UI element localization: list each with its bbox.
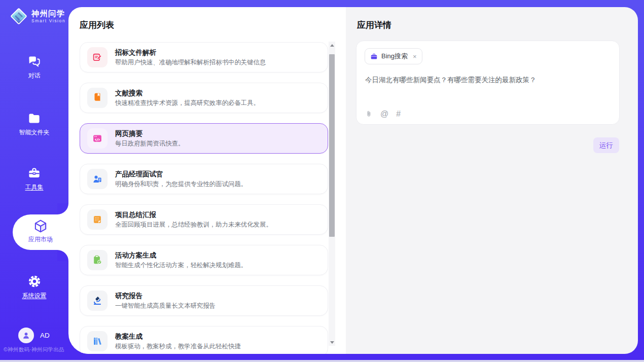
hash-icon[interactable]: # [396,110,401,118]
book-icon [87,88,108,108]
app-card-desc: 明确身份和职责，为您提供专业性的面试问题。 [115,181,247,187]
edit-doc-icon [87,47,108,67]
chat-icon [0,55,68,68]
user-info[interactable]: AD [18,328,50,343]
app-card[interactable]: 招标文件解析帮助用户快速、准确地理解和解析招标书中的关键信息 [80,42,328,73]
app-card-desc: 智能生成个性化活动方案，轻松解决规划难题。 [115,262,247,268]
sidebar-item-label: 智能文件夹 [19,128,50,137]
query-text[interactable]: 今日湖北有哪些新闻要点？有哪些需要关注的最新政策？ [365,76,611,85]
app-card-desc: 模板驱动，教案秒成，教学准备从此轻松快捷 [115,343,241,349]
person-icon [21,331,31,340]
app-card-desc: 快速精准查找学术资源，提高研究效率的必备工具。 [115,100,260,106]
app-list-title: 应用列表 [80,19,114,31]
tool-chip-label: Bing搜索 [381,52,408,61]
brand-name: 神州问学 [31,9,65,18]
bottom-edge-strip [0,360,644,362]
app-card-desc: 帮助用户快速、准确地理解和解析招标书中的关键信息 [115,59,266,65]
sidebar-item-label: 对话 [28,71,41,80]
sidebar-item-toolset[interactable]: 工具集 [0,166,68,192]
sidebar-item-app-market[interactable]: 应用市场 [13,214,68,250]
browser-code-icon [87,128,108,149]
composer-toolbar: @ # [365,110,401,118]
chip-close-icon[interactable]: × [413,53,417,60]
app-card[interactable]: 产品经理面试官明确身份和职责，为您提供专业性的面试问题。 [80,164,328,194]
app-card[interactable]: 项目总结汇报全面回顾项目进展，总结经验教训，助力未来优化发展。 [80,204,328,235]
app-card-title: 招标文件解析 [115,49,266,56]
mention-icon[interactable]: @ [380,110,388,118]
app-card-desc: 全面回顾项目进展，总结经验教训，助力未来优化发展。 [115,222,272,228]
app-card[interactable]: 教案生成模板驱动，教案秒成，教学准备从此轻松快捷 [80,326,328,354]
books-icon [87,331,108,351]
brand-logo-icon [9,7,28,26]
brand: 神州问学 Smart Vision [9,7,65,26]
briefcase-icon [370,53,378,60]
sidebar-item-label: 系统设置 [22,292,47,300]
run-button[interactable]: 运行 [593,137,619,153]
app-list-panel: 应用列表 招标文件解析帮助用户快速、准确地理解和解析招标书中的关键信息 文献搜索… [68,7,346,354]
scrollbar[interactable] [329,42,335,346]
app-card-title: 文献搜索 [115,90,260,97]
cube-icon [13,214,68,234]
scroll-up-button[interactable] [329,42,335,49]
brand-subtitle: Smart Vision [31,18,65,23]
app-card-title: 研究报告 [115,293,216,300]
app-card-title: 教案生成 [115,333,241,340]
sidebar: 神州问学 Smart Vision 对话 智能文件夹 工具集 应用市场 系统设置… [0,0,68,362]
sidebar-item-chat[interactable]: 对话 [0,55,68,80]
composer-card[interactable]: Bing搜索 × 今日湖北有哪些新闻要点？有哪些需要关注的最新政策？ @ # [356,41,620,125]
scroll-down-button[interactable] [329,339,335,346]
active-tab-bottom-curve [57,250,68,261]
app-card-title: 项目总结汇报 [115,211,272,219]
sidebar-item-settings[interactable]: 系统设置 [0,274,68,300]
app-card-title: 网页摘要 [115,130,184,137]
clipboard-check-icon [87,250,108,270]
app-card[interactable]: 文献搜索快速精准查找学术资源，提高研究效率的必备工具。 [80,83,328,113]
main-container: 应用列表 招标文件解析帮助用户快速、准确地理解和解析招标书中的关键信息 文献搜索… [68,7,638,354]
copyright-footer: ©神州数码·神州问学出品 [4,346,68,353]
gear-icon [0,274,68,288]
app-card-desc: 一键智能生成高质量长文本研究报告 [115,303,216,309]
attachment-icon[interactable] [365,110,373,118]
sidebar-item-label: 工具集 [25,183,44,192]
scrollbar-thumb[interactable] [329,54,335,237]
research-icon [87,291,108,311]
user-initials: AD [40,332,50,339]
avatar [18,328,34,343]
folder-icon [0,112,68,125]
app-card-desc: 每日政府新闻资讯快查。 [115,140,184,147]
toolbox-icon [0,166,68,180]
sidebar-item-label: 应用市场 [28,235,53,244]
app-card-list: 招标文件解析帮助用户快速、准确地理解和解析招标书中的关键信息 文献搜索快速精准查… [80,42,328,354]
app-detail-title: 应用详情 [357,19,391,31]
app-card-selected[interactable]: 网页摘要每日政府新闻资讯快查。 [80,123,328,154]
app-card[interactable]: 研究报告一键智能生成高质量长文本研究报告 [80,285,328,316]
tool-chip-bing-search[interactable]: Bing搜索 × [365,48,422,64]
app-detail-panel: 应用详情 Bing搜索 × 今日湖北有哪些新闻要点？有哪些需要关注的最新政策？ [346,7,638,354]
app-card-title: 活动方案生成 [115,252,247,259]
app-card-title: 产品经理面试官 [115,171,247,178]
sticky-note-icon [87,209,108,230]
interviewer-icon [87,169,108,189]
sidebar-item-smart-folders[interactable]: 智能文件夹 [0,112,68,137]
app-card[interactable]: 活动方案生成智能生成个性化活动方案，轻松解决规划难题。 [80,245,328,275]
active-tab-top-curve [57,203,68,214]
